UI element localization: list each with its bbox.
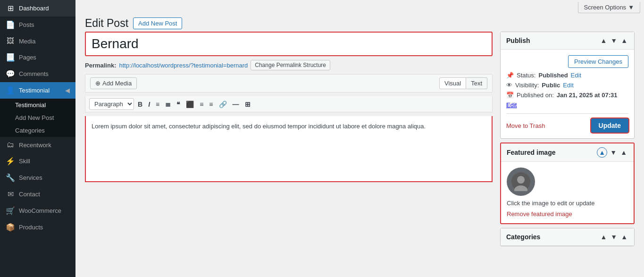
sidebar-item-comments[interactable]: 💬 Comments [0,66,75,82]
sidebar-item-skill[interactable]: ⚡ Skill [0,153,75,169]
featured-image-down-button[interactable]: ▼ [609,148,618,157]
sidebar-item-testimonial[interactable]: 👤 Testimonial ◀ [0,82,75,99]
permalink-bar: Permalink: http://localhost/wordpress/?t… [85,60,493,70]
services-icon: 🔧 [6,173,15,182]
move-to-trash-button[interactable]: Move to Trash [506,122,545,129]
bold-button[interactable]: B [136,100,144,109]
screen-options-wrap: Screen Options ▼ [75,0,644,13]
permalink-url[interactable]: http://localhost/wordpress/?testimonial=… [119,62,248,69]
testimonial-icon: 👤 [6,86,15,95]
visibility-label: Visibility: [515,82,539,89]
categories-panel: Categories ▲ ▼ ▲ [500,228,635,246]
categories-up-button[interactable]: ▲ [599,232,608,242]
sidebar: ⊞ Dashboard 📄 Posts 🖼 Media 📃 Pages 💬 Co… [0,0,75,277]
add-media-icon: ⊕ [95,80,100,87]
featured-image-controls: ▲ ▼ ▲ [597,147,628,158]
dashboard-icon: ⊞ [6,4,15,13]
published-edit-row: Edit [506,101,628,109]
unordered-list-button[interactable]: ≡ [154,100,161,109]
categories-toggle-button[interactable]: ▲ [620,232,628,242]
editor-content[interactable]: Lorem ipsum dolor sit amet, consectetur … [85,116,493,182]
comments-icon: 💬 [6,69,15,78]
editor: Permalink: http://localhost/wordpress/?t… [85,32,493,269]
chevron-down-icon: ▼ [628,4,634,11]
visibility-row: 👁 Visibility: Public Edit [506,82,628,89]
preview-changes-button[interactable]: Preview Changes [568,55,628,68]
remove-featured-image-link[interactable]: Remove featured image [507,210,572,218]
change-permalink-button[interactable]: Change Permalink Structure [251,60,330,70]
publish-panel: Publish ▲ ▼ ▲ Preview Changes 📌 Statu [500,32,635,139]
add-new-post-button[interactable]: Add New Post [133,17,182,29]
submenu-item-add-new-post[interactable]: Add New Post [0,111,75,124]
screen-options-label: Screen Options [584,4,627,11]
pages-icon: 📃 [6,53,15,62]
align-center-button[interactable]: ≡ [198,100,205,109]
sidebar-item-posts[interactable]: 📄 Posts [0,17,75,33]
publish-meta: 📌 Status: Published Edit 👁 Visibility: P… [506,72,628,109]
format-select[interactable]: Paragraph [89,98,134,110]
media-icon: 🖼 [6,37,15,45]
featured-image-up-button[interactable]: ▲ [597,147,607,158]
contact-icon: ✉ [6,190,15,199]
sidebar-item-products[interactable]: 📦 Products [0,219,75,235]
link-button[interactable]: 🔗 [217,100,229,109]
recentwork-icon: 🗂 [6,141,15,149]
main-content: Screen Options ▼ Edit Post Add New Post … [75,0,644,277]
title-area: Edit Post Add New Post [85,17,182,30]
submenu-item-testimonial[interactable]: Testimonial [0,99,75,111]
publish-actions: Move to Trash Update [506,113,628,133]
align-right-button[interactable]: ≡ [207,100,215,109]
tab-visual[interactable]: Visual [439,77,466,89]
ordered-list-button[interactable]: ≣ [163,100,173,109]
woocommerce-icon: 🛒 [6,206,15,215]
visibility-value: Public [542,82,560,89]
featured-image-panel: Featured image ▲ ▼ ▲ [500,143,635,224]
calendar-icon: 📅 [506,92,514,99]
sidebar-item-recentwork[interactable]: 🗂 Recentwork [0,137,75,153]
publish-toggle-button[interactable]: ▲ [620,36,628,45]
add-media-button[interactable]: ⊕ Add Media [90,77,137,89]
page-title: Edit Post [85,17,128,30]
categories-panel-header: Categories ▲ ▼ ▲ [501,228,634,246]
read-more-button[interactable]: — [231,100,241,109]
content-area: Permalink: http://localhost/wordpress/?t… [75,32,644,277]
sidebar-item-contact[interactable]: ✉ Contact [0,186,75,202]
categories-down-button[interactable]: ▼ [610,232,618,242]
blockquote-button[interactable]: ❝ [175,100,182,109]
italic-button[interactable]: I [146,100,152,109]
tab-text[interactable]: Text [466,77,487,89]
sidebar-item-dashboard[interactable]: ⊞ Dashboard [0,0,75,17]
topbar: Edit Post Add New Post [75,13,644,32]
post-title-input[interactable] [85,32,493,56]
sidebar-item-media[interactable]: 🖼 Media [0,33,75,49]
align-left-button[interactable]: ⬛ [184,100,196,109]
publish-panel-title: Publish [506,37,530,44]
permalink-label: Permalink: [85,62,116,69]
svg-point-1 [517,176,525,184]
published-edit-link[interactable]: Edit [506,101,517,109]
status-label: Status: [517,72,535,79]
table-button[interactable]: ⊞ [243,100,252,109]
publish-collapse-up-button[interactable]: ▲ [599,36,608,45]
publish-collapse-down-button[interactable]: ▼ [610,36,618,45]
sidebar-item-services[interactable]: 🔧 Services [0,169,75,186]
status-edit-link[interactable]: Edit [571,72,581,79]
published-row: 📅 Published on: Jan 21, 2025 at 07:31 [506,92,628,99]
featured-image-thumbnail[interactable] [507,168,535,196]
visibility-edit-link[interactable]: Edit [563,82,573,89]
sidebar-item-pages[interactable]: 📃 Pages [0,49,75,66]
publish-panel-body: Preview Changes 📌 Status: Published Edit… [501,50,634,138]
submenu-item-categories[interactable]: Categories [0,124,75,137]
categories-panel-controls: ▲ ▼ ▲ [599,232,628,242]
sidebar-item-woocommerce[interactable]: 🛒 WooCommerce [0,202,75,219]
featured-image-panel-title: Featured image [507,149,555,156]
editor-tabs: Visual Text [439,77,487,89]
submenu-arrow-icon: ◀ [65,87,70,94]
screen-options-button[interactable]: Screen Options ▼ [578,2,640,13]
featured-image-panel-header: Featured image ▲ ▼ ▲ [501,143,634,162]
avatar-image [511,172,530,191]
update-button[interactable]: Update [591,118,628,133]
featured-image-toggle-button[interactable]: ▲ [619,148,628,157]
featured-image-caption: Click the image to edit or update [507,200,628,207]
categories-panel-title: Categories [506,233,540,241]
